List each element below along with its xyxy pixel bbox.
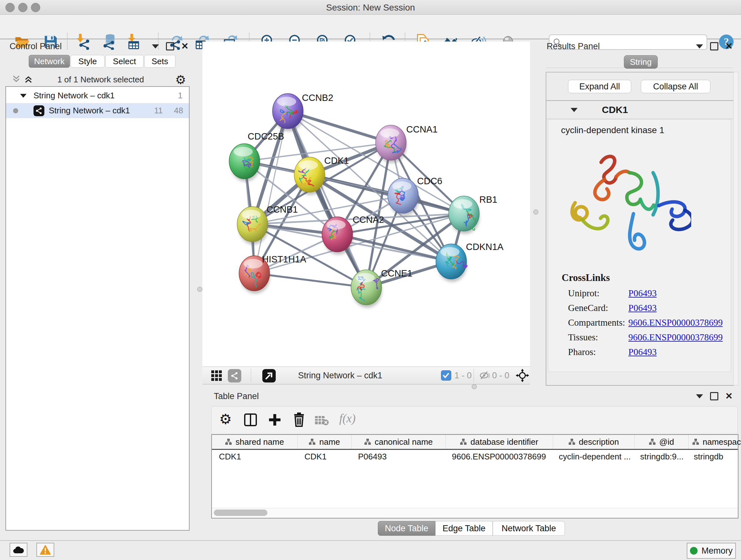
horizontal-scrollbar[interactable] [212,508,738,518]
table-panel: Table Panel ✕ ⚙ f(x) shared namenamecano… [202,387,741,537]
crosslinks-heading: CrossLinks [562,272,610,284]
sort-column-icon [460,438,467,445]
collapse-panel-icon[interactable] [696,44,703,49]
close-panel-icon[interactable]: ✕ [181,43,189,50]
toolbar-separator [474,369,474,382]
warning-icon [40,545,51,555]
fit-selected-crosshair-icon[interactable] [516,369,529,382]
tab-network-table[interactable]: Network Table [493,521,565,536]
title-bar: Session: New Session [0,0,741,15]
table-cell[interactable]: P06493 [351,450,445,463]
collapse-all-button[interactable]: Collapse All [641,80,711,93]
memory-status-icon [690,547,697,555]
show-columns-icon[interactable] [244,413,258,427]
crosslinks-list: Uniprot:P06493GeneCard:P06493Compartment… [548,288,731,361]
collapse-panel-icon[interactable] [152,44,159,49]
column-header[interactable]: namespace [689,435,741,449]
column-header[interactable]: name [298,435,352,449]
gene-section-header[interactable]: CDK1 [546,101,733,119]
column-header[interactable]: @id [635,435,689,449]
function-builder-icon: f(x) [339,412,355,425]
warning-status-button[interactable] [37,543,54,557]
tab-sets[interactable]: Sets [144,55,176,68]
column-header[interactable]: canonical name [352,435,446,449]
section-collapse-icon[interactable] [570,108,578,112]
collapse-panel-icon[interactable] [696,394,703,398]
column-label: database identifier [470,437,538,447]
vertical-splitter-handle[interactable] [197,287,202,292]
table-options-gear-icon[interactable]: ⚙ [219,411,232,427]
svg-text:CCNA1: CCNA1 [406,124,437,134]
delete-column-icon[interactable] [292,412,306,427]
node-table: shared namenamecanonical namedatabase id… [211,434,738,518]
tab-node-table[interactable]: Node Table [378,521,435,536]
crosslink-link[interactable]: 9606.ENSP00000378699 [628,317,723,328]
open-in-window-icon[interactable] [262,369,276,382]
toolbar-separator [251,369,251,382]
tab-style[interactable]: Style [71,55,105,68]
add-column-icon[interactable] [268,413,282,427]
network-view-toolbar: String Network – cdk1 1 - 0 0 - 0 [202,367,530,384]
memory-button[interactable]: Memory [687,543,736,559]
column-label: description [579,437,619,447]
protein-structure-image [557,145,691,266]
svg-text:CDC6: CDC6 [417,176,442,186]
string-results-tab[interactable]: String [624,55,658,69]
crosslink-link[interactable]: P06493 [628,347,657,357]
table-cell[interactable]: stringdb [687,450,741,463]
selected-checkbox-icon[interactable] [441,370,451,381]
network-options-gear-icon[interactable]: ⚙ [175,73,186,87]
table-cell[interactable]: CDK1 [297,450,351,463]
tab-edge-table[interactable]: Edge Table [435,521,493,536]
network-view-title: String Network – cdk1 [298,371,382,381]
sort-column-icon [569,438,575,445]
results-panel-title: Results Panel [547,42,600,51]
tree-expand-icon[interactable] [20,94,26,98]
crosslink-link[interactable]: P06493 [628,303,657,313]
table-header-row[interactable]: shared namenamecanonical namedatabase id… [212,435,738,450]
scrollbar-thumb[interactable] [214,509,267,516]
table-cell[interactable]: CDK1 [212,450,297,463]
column-header[interactable]: database identifier [446,435,553,449]
sort-column-icon [649,438,656,445]
birds-eye-view-icon[interactable] [211,370,223,382]
results-scrollbar[interactable] [733,72,738,385]
gene-section-content: cyclin-dependent kinase 1 CrossLinks Uni… [548,119,731,372]
sort-column-icon [309,438,315,445]
status-bar: Memory [0,540,741,560]
string-badge-icon[interactable] [228,369,241,382]
network-canvas[interactable]: CCNB2CCNA1CDC25BCDK1CDC6RB1CCNB1CCNA2CDK… [202,42,530,367]
table-toolbar: ⚙ f(x) [211,406,738,434]
crosslink-label: Uniprot: [568,288,599,299]
table-cell[interactable]: cyclin-dependent ... [552,450,633,463]
tab-select[interactable]: Select [105,55,144,68]
selected-count-label: 1 - 0 [455,371,472,381]
cloud-status-button[interactable] [10,543,27,557]
crosslink-link[interactable]: P06493 [628,288,657,299]
float-panel-icon[interactable] [710,42,718,51]
cloud-icon [13,546,24,554]
main-toolbar: ? [0,15,741,39]
float-panel-icon[interactable] [710,392,718,400]
network-label: String Network – cdk1 [49,106,130,116]
crosslink-link[interactable]: 9606.ENSP00000378699 [628,332,723,343]
network-node-count: 11 [154,106,163,116]
float-panel-icon[interactable] [166,42,174,51]
table-cell[interactable]: stringdb:9... [633,450,687,463]
crosslink-row: Compartments:9606.ENSP00000378699 [548,317,731,332]
column-header[interactable]: shared name [212,435,298,449]
tab-network[interactable]: Network [29,55,70,68]
network-collection-row[interactable]: String Network – cdk1 1 [6,88,189,103]
close-panel-icon[interactable]: ✕ [725,43,733,50]
column-header[interactable]: description [553,435,635,449]
table-row[interactable]: CDK1CDK1P064939606.ENSP00000378699cyclin… [212,450,738,463]
expand-all-button[interactable]: Expand All [568,80,631,93]
svg-text:CCNB2: CCNB2 [302,92,333,103]
crosslink-row: GeneCard:P06493 [548,303,731,317]
svg-text:CDKN1A: CDKN1A [466,242,503,252]
network-row[interactable]: String Network – cdk1 11 48 [6,103,189,118]
close-panel-icon[interactable]: ✕ [725,393,733,399]
svg-text:CCNE1: CCNE1 [381,268,412,278]
delete-table-icon [314,415,329,426]
table-cell[interactable]: 9606.ENSP00000378699 [445,450,552,463]
